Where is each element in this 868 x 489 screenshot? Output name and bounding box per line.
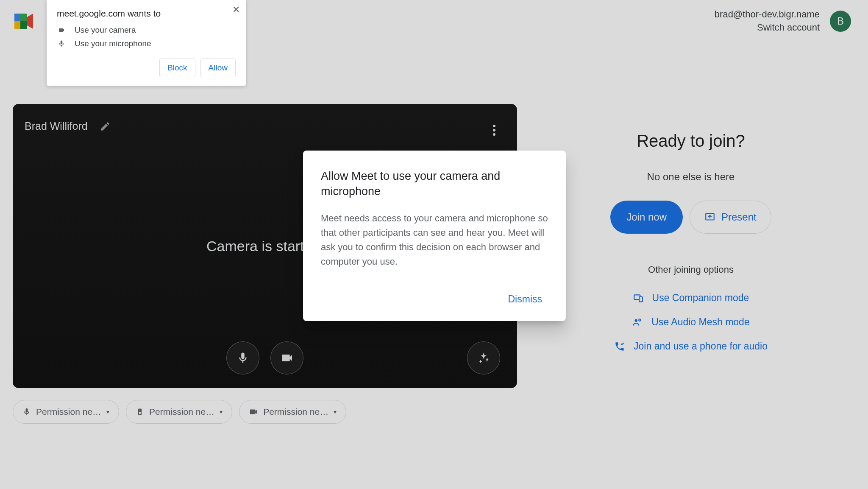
browser-permission-prompt: ✕ meet.google.com wants to Use your came… <box>47 0 246 86</box>
join-now-button[interactable]: Join now <box>610 201 683 234</box>
svg-point-14 <box>639 319 641 321</box>
svg-point-6 <box>493 133 495 136</box>
close-icon[interactable]: ✕ <box>232 4 240 15</box>
svg-rect-1 <box>14 14 20 21</box>
audio-mesh-label: Use Audio Mesh mode <box>651 316 749 328</box>
mic-toggle-button[interactable] <box>226 341 259 374</box>
permission-mic-row: Use your microphone <box>57 39 236 48</box>
permission-camera-label: Use your camera <box>75 25 136 35</box>
self-name-text: Brad Williford <box>25 120 88 132</box>
companion-icon <box>633 293 644 304</box>
participants-status: No one else is here <box>647 171 735 183</box>
speaker-device-label: Permission ne… <box>149 407 214 417</box>
camera-toggle-button[interactable] <box>270 341 303 374</box>
dismiss-button[interactable]: Dismiss <box>502 290 548 308</box>
speaker-device-select[interactable]: Permission ne… ▾ <box>126 400 232 424</box>
caret-down-icon: ▾ <box>334 408 337 415</box>
svg-point-13 <box>635 319 638 322</box>
mic-icon <box>57 40 66 48</box>
present-icon <box>704 212 715 223</box>
audio-mesh-icon <box>632 317 643 328</box>
companion-label: Use Companion mode <box>652 292 749 304</box>
self-name: Brad Williford <box>25 120 111 132</box>
companion-mode-link[interactable]: Use Companion mode <box>633 292 749 304</box>
join-panel: Ready to join? No one else is here Join … <box>564 131 818 352</box>
switch-account-link[interactable]: Switch account <box>715 21 820 34</box>
dialog-heading: Allow Meet to use your camera and microp… <box>321 168 548 199</box>
present-label: Present <box>721 211 757 223</box>
block-button[interactable]: Block <box>159 59 195 77</box>
permission-camera-row: Use your camera <box>57 25 236 35</box>
svg-point-8 <box>139 412 141 414</box>
svg-rect-3 <box>20 21 27 29</box>
present-button[interactable]: Present <box>690 201 771 234</box>
ready-heading: Ready to join? <box>637 131 745 151</box>
phone-audio-link[interactable]: Join and use a phone for audio <box>614 341 768 352</box>
permission-host: meet.google.com wants to <box>57 8 236 19</box>
caret-down-icon: ▾ <box>106 408 109 415</box>
dialog-body: Meet needs access to your camera and mic… <box>321 211 548 269</box>
mic-icon <box>22 408 31 416</box>
svg-point-9 <box>139 410 140 411</box>
mic-device-select[interactable]: Permission ne… ▾ <box>13 400 119 424</box>
speaker-icon <box>136 408 144 416</box>
preview-more-button[interactable] <box>484 120 504 140</box>
camera-icon <box>57 27 66 34</box>
account-info: brad@thor-dev.bigr.name Switch account <box>715 8 820 34</box>
account-email: brad@thor-dev.bigr.name <box>715 8 820 21</box>
svg-point-4 <box>493 125 495 127</box>
svg-point-5 <box>493 129 495 131</box>
edit-name-icon[interactable] <box>100 121 111 132</box>
svg-rect-2 <box>14 21 20 29</box>
caret-down-icon: ▾ <box>220 408 223 415</box>
visual-effects-button[interactable] <box>467 341 500 374</box>
camera-icon <box>249 407 258 416</box>
allow-button[interactable]: Allow <box>200 59 236 77</box>
camera-device-label: Permission ne… <box>263 407 328 417</box>
meet-permissions-dialog: Allow Meet to use your camera and microp… <box>303 151 566 321</box>
mic-device-label: Permission ne… <box>36 407 101 417</box>
meet-logo[interactable] <box>13 12 35 31</box>
camera-device-select[interactable]: Permission ne… ▾ <box>239 400 346 424</box>
svg-rect-12 <box>639 296 643 302</box>
phone-icon <box>614 341 625 352</box>
other-options-label: Other joining options <box>648 264 734 275</box>
phone-label: Join and use a phone for audio <box>634 341 768 352</box>
avatar[interactable]: B <box>830 11 851 32</box>
audio-mesh-link[interactable]: Use Audio Mesh mode <box>632 316 749 328</box>
permission-mic-label: Use your microphone <box>75 39 151 48</box>
